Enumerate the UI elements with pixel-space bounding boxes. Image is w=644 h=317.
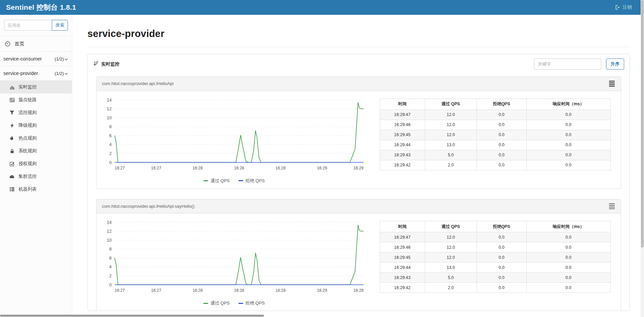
svg-text:16:29: 16:29 [317,288,327,293]
svg-text:6: 6 [109,255,112,261]
table-row: 16:29:435.00.00.0 [380,150,611,160]
sort-order-button[interactable]: 升序 [606,58,624,70]
vertical-scrollbar[interactable] [641,0,644,317]
svg-text:16:28: 16:28 [234,166,244,170]
table-row: 16:29:422.00.00.0 [380,283,611,293]
svg-text:16:27: 16:27 [115,166,125,170]
sign-out-icon [615,5,620,10]
top-bar: Sentinel 控制台 1.8.1 注销 [0,0,644,15]
sidebar-item-authority-rules[interactable]: 授权规则 [0,157,72,170]
svg-text:16:28: 16:28 [275,288,286,293]
chart-legend: 通过 QPS拒绝 QPS [101,300,367,306]
resource-title: com.hitol.nacosprovider.api.IHelloApi [102,81,174,86]
svg-text:2: 2 [109,273,112,278]
filter-icon [9,110,15,115]
sidebar-item-service-provider[interactable]: service-provider (1/2) [0,66,72,80]
title-divider [87,47,630,47]
panel-header: 实时监控 升序 [88,54,630,73]
svg-text:0: 0 [109,282,112,287]
sidebar-item-home[interactable]: 首页 [0,36,72,51]
sidebar-item-realtime-monitor[interactable]: 实时监控 [0,81,72,93]
svg-text:4: 4 [109,142,112,147]
svg-text:16:28: 16:28 [193,166,203,170]
vertical-scrollbar-thumb[interactable] [641,0,644,247]
svg-text:10: 10 [107,238,112,243]
resource-card: com.hitol.nacosprovider.api.IHelloApi 02… [96,76,621,189]
metrics-column-header: 时间 [380,221,425,232]
machine-count-badge: (1/2) [54,71,64,76]
metrics-table: 时间通过 QPS拒绝QPS响应时间（ms） 16:29:4712.00.00.0… [380,221,611,293]
main-content: service-provider 实时监控 升序 com.hitol.nacos… [72,15,644,317]
qps-line-chart: 0246810121416:2716:2716:2816:2816:2816:2… [101,218,367,298]
svg-text:0: 0 [109,160,112,165]
cloud-icon [9,174,15,179]
svg-text:16:28: 16:28 [275,166,286,170]
legend-item: 通过 QPS [203,300,230,306]
table-row: 16:29:4612.00.00.0 [380,242,611,252]
svg-text:14: 14 [107,97,112,102]
chart-legend: 通过 QPS拒绝 QPS [101,178,367,184]
svg-text:16:27: 16:27 [115,288,125,293]
metrics-column-header: 响应时间（ms） [526,98,610,110]
svg-text:16:29: 16:29 [317,166,327,170]
metrics-table: 时间通过 QPS拒绝QPS响应时间（ms） 16:29:4712.00.00.0… [380,98,611,170]
logout-label: 注销 [622,4,632,10]
svg-text:16:28: 16:28 [193,288,203,293]
svg-text:8: 8 [109,246,112,251]
qps-chart: 0246810121416:2716:2716:2816:2816:2816:2… [101,218,367,310]
svg-text:6: 6 [109,133,112,138]
horizontal-scrollbar-thumb[interactable] [0,315,264,317]
app-search-button[interactable]: 搜索 [52,20,68,31]
legend-item: 通过 QPS [203,178,230,184]
card-menu-icon[interactable] [608,80,615,87]
sidebar-item-flow-rules[interactable]: 流控规则 [0,106,72,119]
metrics-table-header-row: 时间通过 QPS拒绝QPS响应时间（ms） [380,221,611,232]
logout-button[interactable]: 注销 [615,4,632,10]
sidebar-item-machine-list[interactable]: 机器列表 [0,183,72,196]
sidebar-item-home-label: 首页 [14,41,24,47]
realtime-monitor-panel: 实时监控 升序 com.hitol.nacosprovider.api.IHel… [87,54,630,311]
legend-item: 拒绝 QPS [238,300,265,306]
keyword-input[interactable] [534,58,601,70]
card-menu-icon[interactable] [608,203,615,210]
table-row: 16:29:435.00.00.0 [380,273,611,283]
metrics-column-header: 拒绝QPS [477,98,526,110]
svg-text:4: 4 [109,264,112,269]
app-search-group: 搜索 [4,20,68,31]
sort-amount-icon [93,61,99,68]
resource-title: com.hitol.nacosprovider.api.IHelloApi:sa… [102,204,194,209]
app-search-input[interactable] [4,20,52,31]
app-title: Sentinel 控制台 1.8.1 [6,3,76,12]
table-row: 16:29:4712.00.00.0 [380,232,611,242]
qps-line-chart: 0246810121416:2716:2716:2816:2816:2816:2… [101,96,367,176]
sidebar-item-param-flow-rules[interactable]: 热点规则 [0,132,72,145]
svg-text:14: 14 [107,220,112,225]
sidebar-item-cluster-flow[interactable]: 集群流控 [0,170,72,183]
metrics-table-header-row: 时间通过 QPS拒绝QPS响应时间（ms） [380,98,611,110]
sidebar-item-degrade-rules[interactable]: 降级规则 [0,119,72,132]
svg-text:8: 8 [109,124,112,129]
resource-card: com.hitol.nacosprovider.api.IHelloApi:sa… [96,199,621,311]
svg-text:2: 2 [109,151,112,156]
fire-icon [9,136,15,141]
svg-text:16:29: 16:29 [353,166,364,170]
lock-icon [9,149,15,154]
svg-text:16:27: 16:27 [151,166,161,170]
svg-text:12: 12 [107,229,112,234]
svg-text:16:29: 16:29 [353,288,364,293]
cards-container: com.hitol.nacosprovider.api.IHelloApi 02… [88,76,630,311]
metrics-column-header: 拒绝QPS [477,221,526,232]
metrics-column-header: 通过 QPS [425,98,477,110]
table-row: 16:29:4512.00.00.0 [380,252,611,263]
table-list-icon [9,97,15,103]
sidebar-item-system-rules[interactable]: 系统规则 [0,145,72,157]
svg-text:16:27: 16:27 [151,288,161,293]
table-row: 16:29:4712.00.00.0 [380,110,611,120]
sidebar-item-service-consumer[interactable]: service-consumer (1/2) [0,51,72,66]
sidebar-item-cluster-link[interactable]: 簇点链路 [0,93,72,106]
chevron-down-icon [65,71,68,76]
table-row: 16:29:422.00.00.0 [380,160,611,170]
metrics-column-header: 时间 [380,98,425,110]
qps-chart: 0246810121416:2716:2716:2816:2816:2816:2… [101,96,367,187]
panel-title: 实时监控 [101,61,119,67]
